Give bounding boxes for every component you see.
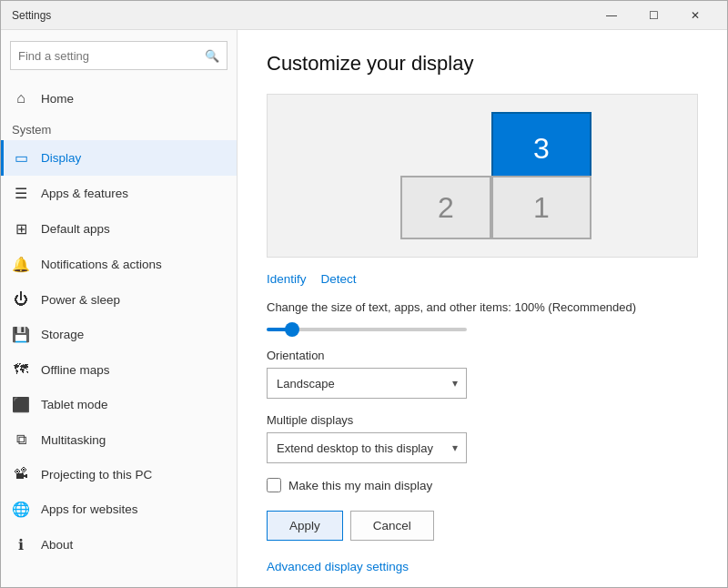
sidebar-item-offline-maps[interactable]: 🗺 Offline maps bbox=[1, 352, 237, 387]
storage-icon: 💾 bbox=[12, 326, 30, 343]
monitor-3-label: 3 bbox=[533, 132, 550, 166]
sidebar-item-about-label: About bbox=[41, 538, 73, 552]
monitor-2[interactable]: 2 bbox=[400, 176, 491, 239]
home-icon: ⌂ bbox=[12, 90, 30, 106]
minimize-button[interactable]: — bbox=[591, 1, 632, 30]
orientation-label: Orientation bbox=[267, 349, 698, 362]
apply-button[interactable]: Apply bbox=[267, 511, 343, 541]
offline-maps-icon: 🗺 bbox=[12, 361, 30, 378]
monitor-container: 3 2 1 bbox=[364, 112, 601, 239]
advanced-link[interactable]: Advanced display settings bbox=[267, 560, 409, 573]
orientation-select-wrapper: Landscape Portrait Landscape (flipped) P… bbox=[267, 368, 467, 399]
cancel-button[interactable]: Cancel bbox=[350, 511, 434, 541]
sidebar-item-projecting[interactable]: 📽 Projecting to this PC bbox=[1, 457, 237, 492]
page-title: Customize your display bbox=[267, 52, 698, 76]
detect-link[interactable]: Detect bbox=[321, 272, 357, 286]
monitor-1-label: 1 bbox=[533, 191, 550, 225]
sidebar-item-storage[interactable]: 💾 Storage bbox=[1, 317, 237, 352]
notifications-icon: 🔔 bbox=[12, 256, 30, 273]
sidebar-item-projecting-label: Projecting to this PC bbox=[41, 468, 152, 482]
sidebar-item-power-sleep-label: Power & sleep bbox=[41, 293, 120, 307]
text-size-row: Change the size of text, apps, and other… bbox=[267, 300, 698, 334]
sidebar-item-display-label: Display bbox=[41, 151, 81, 165]
sidebar-item-offline-maps-label: Offline maps bbox=[41, 363, 110, 377]
maximize-button[interactable]: ☐ bbox=[632, 1, 674, 30]
multiple-displays-label: Multiple displays bbox=[267, 413, 698, 427]
sidebar-item-apps-websites-label: Apps for websites bbox=[41, 502, 138, 516]
monitor-2-label: 2 bbox=[438, 191, 454, 225]
sidebar-item-about[interactable]: ℹ About bbox=[1, 527, 237, 563]
window-controls: — ☐ ✕ bbox=[591, 1, 716, 30]
main-content: Customize your display 3 2 1 bbox=[238, 30, 727, 587]
sidebar-item-apps-features-label: Apps & features bbox=[41, 187, 128, 200]
search-input[interactable] bbox=[18, 49, 205, 63]
sidebar-item-power-sleep[interactable]: ⏻ Power & sleep bbox=[1, 282, 237, 317]
main-display-checkbox[interactable] bbox=[267, 478, 281, 492]
about-icon: ℹ bbox=[12, 536, 30, 553]
multitasking-icon: ⧉ bbox=[12, 431, 30, 448]
monitor-1[interactable]: 1 bbox=[491, 176, 592, 239]
projecting-icon: 📽 bbox=[12, 466, 30, 482]
display-preview: 3 2 1 bbox=[267, 94, 698, 258]
sidebar-item-multitasking-label: Multitasking bbox=[41, 433, 106, 447]
sidebar-item-tablet-mode[interactable]: ⬛ Tablet mode bbox=[1, 387, 237, 422]
close-button[interactable]: ✕ bbox=[674, 1, 716, 30]
multiple-displays-select[interactable]: Extend desktop to this display Duplicate… bbox=[267, 432, 467, 463]
sidebar-item-display[interactable]: ▭ Display bbox=[1, 140, 237, 176]
sidebar-item-apps-websites[interactable]: 🌐 Apps for websites bbox=[1, 492, 237, 527]
search-box[interactable]: 🔍 bbox=[10, 41, 228, 70]
orientation-row: Orientation Landscape Portrait Landscape… bbox=[267, 349, 698, 399]
sidebar-item-notifications[interactable]: 🔔 Notifications & actions bbox=[1, 247, 237, 282]
power-sleep-icon: ⏻ bbox=[12, 291, 30, 308]
display-links: Identify Detect bbox=[267, 272, 698, 286]
window-title: Settings bbox=[12, 9, 591, 22]
slider-container bbox=[267, 319, 698, 334]
display-icon: ▭ bbox=[12, 149, 30, 167]
tablet-mode-icon: ⬛ bbox=[12, 396, 30, 413]
text-size-label: Change the size of text, apps, and other… bbox=[267, 300, 698, 314]
monitor-3[interactable]: 3 bbox=[491, 112, 592, 185]
sidebar-item-default-apps-label: Default apps bbox=[41, 222, 110, 236]
sidebar-item-apps-features[interactable]: ☰ Apps & features bbox=[1, 176, 237, 211]
sidebar-item-home[interactable]: ⌂ Home bbox=[1, 81, 237, 116]
sidebar: 🔍 ⌂ Home System ▭ Display ☰ Apps & featu… bbox=[1, 30, 238, 587]
sidebar-section-label: System bbox=[1, 116, 237, 140]
window-content: 🔍 ⌂ Home System ▭ Display ☰ Apps & featu… bbox=[1, 30, 727, 587]
main-display-row: Make this my main display bbox=[267, 478, 698, 492]
orientation-select[interactable]: Landscape Portrait Landscape (flipped) P… bbox=[267, 368, 467, 399]
apps-websites-icon: 🌐 bbox=[12, 501, 30, 518]
settings-window: Settings — ☐ ✕ 🔍 ⌂ Home System ▭ bbox=[0, 0, 728, 588]
sidebar-item-notifications-label: Notifications & actions bbox=[41, 258, 162, 271]
title-bar: Settings — ☐ ✕ bbox=[1, 1, 727, 30]
multiple-displays-select-wrapper: Extend desktop to this display Duplicate… bbox=[267, 432, 467, 463]
search-icon: 🔍 bbox=[205, 49, 219, 63]
text-size-slider[interactable] bbox=[267, 328, 467, 331]
apps-features-icon: ☰ bbox=[12, 185, 30, 202]
main-display-label[interactable]: Make this my main display bbox=[288, 479, 432, 492]
sidebar-item-multitasking[interactable]: ⧉ Multitasking bbox=[1, 422, 237, 457]
default-apps-icon: ⊞ bbox=[12, 220, 30, 238]
sidebar-item-default-apps[interactable]: ⊞ Default apps bbox=[1, 211, 237, 247]
sidebar-item-home-label: Home bbox=[41, 92, 74, 106]
sidebar-item-storage-label: Storage bbox=[41, 328, 84, 341]
button-row: Apply Cancel bbox=[267, 511, 698, 541]
sidebar-item-tablet-mode-label: Tablet mode bbox=[41, 398, 108, 411]
identify-link[interactable]: Identify bbox=[267, 272, 307, 286]
multiple-displays-row: Multiple displays Extend desktop to this… bbox=[267, 413, 698, 463]
